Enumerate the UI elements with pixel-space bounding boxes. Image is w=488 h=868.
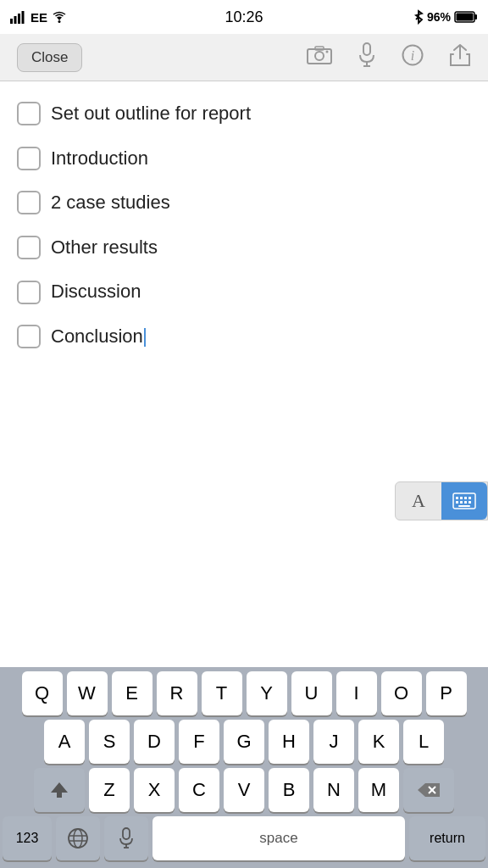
svg-rect-18: [456, 497, 458, 499]
key-h[interactable]: H: [269, 720, 309, 764]
checkbox-1[interactable]: [17, 102, 41, 125]
keyboard-row-2: A S D F G H J K L: [3, 720, 485, 764]
key-s[interactable]: S: [89, 720, 130, 764]
key-q[interactable]: Q: [22, 671, 63, 715]
key-f[interactable]: F: [179, 720, 219, 764]
list-item: 2 case studies: [17, 184, 471, 222]
checkbox-6[interactable]: [17, 325, 41, 348]
checkbox-3[interactable]: [17, 191, 41, 214]
keyboard-row-1: Q W E R T Y U I O P: [3, 671, 485, 715]
status-time: 10:26: [225, 8, 263, 26]
keyboard: Q W E R T Y U I O P A S D F G H J K L Z …: [0, 667, 488, 868]
svg-point-4: [58, 20, 61, 23]
checkbox-2[interactable]: [17, 147, 41, 170]
key-u[interactable]: U: [291, 671, 332, 715]
list-item: Set out outline for report: [17, 95, 471, 133]
keyboard-format-icon: [452, 492, 476, 509]
list-item: Conclusion: [17, 318, 471, 356]
key-d[interactable]: D: [134, 720, 175, 764]
svg-rect-26: [458, 505, 470, 507]
key-z[interactable]: Z: [89, 768, 130, 812]
share-icon[interactable]: [449, 43, 471, 72]
item-text-1: Set out outline for report: [51, 102, 251, 126]
text-cursor: [144, 328, 146, 347]
microphone-icon[interactable]: [358, 42, 376, 73]
key-l[interactable]: L: [403, 720, 444, 764]
item-text-3: 2 case studies: [51, 191, 170, 215]
camera-icon[interactable]: [307, 45, 332, 70]
key-w[interactable]: W: [67, 671, 108, 715]
status-left: EE: [10, 10, 68, 25]
svg-rect-0: [10, 19, 13, 24]
svg-rect-1: [14, 16, 17, 24]
list-item: Other results: [17, 229, 471, 267]
key-n[interactable]: N: [313, 768, 354, 812]
key-r[interactable]: R: [157, 671, 197, 715]
svg-rect-24: [464, 501, 467, 504]
backspace-key[interactable]: [403, 768, 454, 812]
svg-rect-19: [460, 497, 463, 499]
toolbar-icons: i: [307, 42, 471, 73]
svg-point-29: [69, 829, 87, 848]
svg-rect-21: [469, 497, 471, 499]
numbers-key[interactable]: 123: [3, 816, 52, 860]
mic-key[interactable]: [104, 816, 148, 860]
svg-rect-33: [123, 828, 130, 839]
shift-key[interactable]: [34, 768, 85, 812]
key-o[interactable]: O: [381, 671, 422, 715]
svg-rect-20: [464, 497, 467, 499]
keyboard-row-3: Z X C V B N M: [3, 768, 485, 812]
item-text-4: Other results: [51, 236, 158, 260]
item-text-5: Discussion: [51, 280, 141, 304]
svg-rect-2: [18, 14, 20, 24]
key-i[interactable]: I: [336, 671, 377, 715]
keyboard-row-4: 123 space return: [3, 816, 485, 860]
space-key[interactable]: space: [152, 816, 405, 860]
key-m[interactable]: M: [358, 768, 399, 812]
font-format-button[interactable]: A: [396, 482, 441, 520]
checkbox-5[interactable]: [17, 281, 41, 304]
key-b[interactable]: B: [269, 768, 309, 812]
key-c[interactable]: C: [179, 768, 219, 812]
bluetooth-icon: [413, 9, 424, 25]
backspace-icon: [417, 781, 441, 799]
checklist-content: Set out outline for report Introduction …: [0, 81, 488, 376]
svg-rect-7: [457, 14, 474, 21]
globe-key[interactable]: [56, 816, 100, 860]
svg-point-30: [74, 829, 82, 848]
key-k[interactable]: K: [358, 720, 399, 764]
svg-rect-6: [474, 14, 477, 19]
globe-icon: [67, 827, 89, 849]
keyboard-format-button[interactable]: [441, 482, 487, 520]
checkbox-4[interactable]: [17, 236, 41, 259]
key-p[interactable]: P: [426, 671, 467, 715]
shift-icon: [49, 780, 69, 800]
mic-icon: [119, 827, 134, 849]
key-j[interactable]: J: [313, 720, 354, 764]
key-g[interactable]: G: [224, 720, 264, 764]
signal-icon: [10, 10, 27, 24]
list-item: Introduction: [17, 140, 471, 178]
svg-rect-25: [469, 501, 471, 504]
carrier-label: EE: [30, 10, 47, 25]
svg-rect-12: [363, 43, 370, 55]
close-button[interactable]: Close: [17, 43, 82, 72]
key-v[interactable]: V: [224, 768, 264, 812]
svg-text:i: i: [411, 48, 414, 63]
info-icon[interactable]: i: [402, 44, 424, 71]
svg-rect-3: [22, 11, 25, 24]
key-e[interactable]: E: [112, 671, 152, 715]
item-text-2: Introduction: [51, 147, 148, 171]
key-x[interactable]: X: [134, 768, 175, 812]
svg-rect-22: [456, 501, 458, 504]
battery-icon: [454, 10, 478, 24]
status-bar: EE 10:26 96%: [0, 0, 488, 34]
key-a[interactable]: A: [44, 720, 85, 764]
toolbar: Close i: [0, 34, 488, 81]
wifi-icon: [51, 10, 68, 24]
key-t[interactable]: T: [202, 671, 242, 715]
item-text-6: Conclusion: [51, 325, 146, 349]
key-y[interactable]: Y: [247, 671, 287, 715]
return-key[interactable]: return: [409, 816, 485, 860]
list-item: Discussion: [17, 273, 471, 311]
